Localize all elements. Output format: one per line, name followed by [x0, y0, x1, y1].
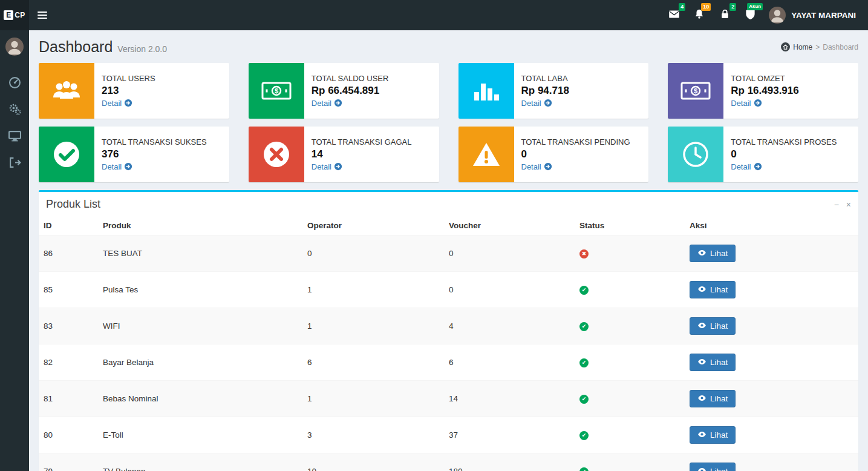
detail-link-label: Detail [102, 162, 122, 171]
detail-link[interactable]: Detail [731, 99, 798, 108]
info-box-value: 0 [731, 148, 837, 160]
cell-operator: 1 [302, 381, 444, 417]
lihat-label: Lihat [710, 467, 728, 471]
user-name: YAYAT MARPANI [791, 11, 856, 20]
lihat-label: Lihat [710, 249, 728, 258]
top-navbar: E CP 4 10 2 Akun [0, 0, 868, 30]
page-title: Dashboard Version 2.0.0 [39, 38, 167, 56]
user-menu[interactable]: YAYAT MARPANI [763, 7, 862, 24]
envelope-icon [668, 8, 680, 22]
lihat-button[interactable]: Lihat [690, 426, 736, 444]
eye-icon [697, 467, 706, 471]
arrow-circle-icon [754, 162, 762, 171]
info-box-content: TOTAL SALDO USER Rp 66.454.891 Detail [304, 63, 396, 119]
cell-voucher: 14 [444, 381, 575, 417]
collapse-icon[interactable]: − [834, 200, 839, 209]
detail-link[interactable]: Detail [731, 162, 837, 171]
table-row: 79 TV Bulanan 10 180 Lihat [39, 453, 858, 471]
warning-icon [458, 127, 514, 182]
lihat-button[interactable]: Lihat [690, 281, 736, 298]
eye-icon [697, 249, 706, 258]
app-logo[interactable]: E CP [0, 0, 29, 30]
lihat-button[interactable]: Lihat [690, 463, 736, 471]
sidebar-item-settings[interactable] [0, 97, 29, 124]
info-box-label: TOTAL TRANSAKSI SUKSES [102, 137, 207, 147]
svg-text:$: $ [275, 87, 278, 94]
sidebar-item-dashboard[interactable] [0, 70, 29, 97]
sidebar-toggle-button[interactable] [29, 0, 56, 30]
lihat-button[interactable]: Lihat [690, 390, 736, 407]
detail-link[interactable]: Detail [102, 162, 207, 171]
account-menu[interactable]: Akun [737, 0, 763, 30]
detail-link[interactable]: Detail [521, 99, 569, 108]
col-header-produk: Produk [98, 216, 302, 236]
col-header-voucher: Voucher [444, 216, 575, 236]
x-circle-icon [249, 127, 304, 182]
info-box-label: TOTAL TRANSAKSI PROSES [731, 137, 837, 147]
cell-voucher: 0 [444, 236, 575, 272]
lihat-button[interactable]: Lihat [690, 354, 736, 371]
messages-badge: 4 [679, 3, 685, 11]
produk-list-title: Produk List [46, 198, 100, 211]
lock-menu[interactable]: 2 [712, 0, 737, 30]
account-badge: Akun [747, 3, 763, 10]
hamburger-icon [38, 18, 47, 19]
sign-out-icon [8, 157, 21, 171]
detail-link-label: Detail [731, 99, 751, 108]
col-header-id: ID [39, 216, 98, 236]
info-box-label: TOTAL OMZET [731, 74, 798, 83]
arrow-circle-icon [334, 99, 342, 108]
navbar-right: 4 10 2 Akun YAYAT MARPANI [661, 0, 868, 30]
info-box-value: 376 [102, 148, 207, 160]
produk-list-header: Produk List − × [39, 192, 858, 216]
cell-produk: Pulsa Tes [98, 272, 302, 308]
breadcrumb-separator: > [815, 43, 820, 51]
gears-icon [8, 103, 21, 118]
cell-id: 85 [39, 272, 98, 308]
table-row: 80 E-Toll 3 37 Lihat [39, 417, 858, 453]
info-box-transaksi-gagal: TOTAL TRANSAKSI GAGAL 14 Detail [249, 127, 439, 182]
cell-id: 86 [39, 236, 98, 272]
status-icon [579, 249, 589, 259]
notifications-menu[interactable]: 10 [687, 0, 712, 30]
detail-link[interactable]: Detail [102, 99, 155, 108]
detail-link[interactable]: Detail [312, 99, 389, 108]
messages-menu[interactable]: 4 [661, 0, 687, 30]
sidebar-item-monitor[interactable] [0, 124, 29, 150]
cell-operator: 1 [302, 308, 444, 344]
sidebar-item-logout[interactable] [0, 150, 29, 177]
cell-produk: Bayar Belanja [98, 344, 302, 381]
lihat-button[interactable]: Lihat [690, 317, 736, 335]
cell-operator: 0 [302, 236, 444, 272]
info-box-grid: TOTAL USERS 213 Detail $ TOTAL SALDO USE… [29, 63, 868, 182]
detail-link-label: Detail [102, 99, 122, 108]
cell-id: 82 [39, 344, 98, 381]
arrow-circle-icon [124, 162, 132, 171]
close-icon[interactable]: × [846, 200, 851, 209]
status-icon [579, 395, 589, 404]
produk-table: ID Produk Operator Voucher Status Aksi 8… [39, 216, 858, 471]
table-row: 81 Bebas Nominal 1 14 Lihat [39, 381, 858, 417]
lihat-label: Lihat [710, 285, 728, 294]
table-row: 85 Pulsa Tes 1 0 Lihat [39, 272, 858, 308]
cell-voucher: 6 [444, 344, 575, 381]
cell-operator: 10 [302, 453, 444, 471]
lihat-button[interactable]: Lihat [690, 245, 736, 262]
info-box-value: 213 [102, 85, 155, 97]
eye-icon [697, 285, 706, 294]
info-box-content: TOTAL USERS 213 Detail [94, 63, 163, 119]
sidebar-user-avatar[interactable] [5, 38, 24, 56]
col-header-status: Status [575, 216, 685, 236]
breadcrumb-home-link[interactable]: Home [793, 43, 812, 51]
info-box-content: TOTAL TRANSAKSI PROSES 0 Detail [723, 127, 844, 182]
users-icon [39, 63, 94, 119]
logo-mark: E [4, 10, 13, 20]
detail-link[interactable]: Detail [521, 162, 630, 171]
arrow-circle-icon [334, 162, 342, 171]
cell-operator: 6 [302, 344, 444, 381]
lihat-label: Lihat [710, 430, 728, 440]
dashboard-icon [8, 76, 21, 91]
col-header-operator: Operator [302, 216, 444, 236]
detail-link[interactable]: Detail [312, 162, 412, 171]
info-box-content: TOTAL OMZET Rp 16.493.916 Detail [723, 63, 806, 119]
